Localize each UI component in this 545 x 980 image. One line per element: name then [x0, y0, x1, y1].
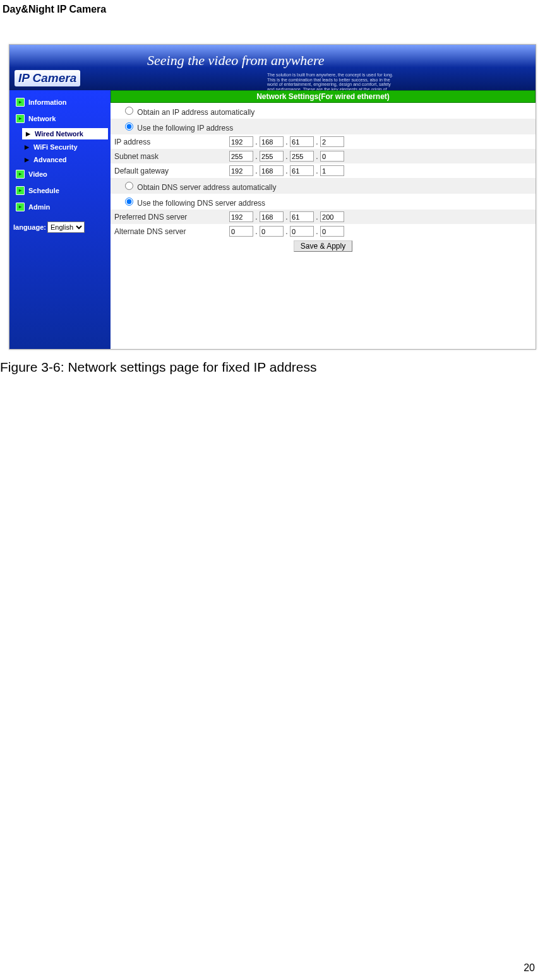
language-select[interactable]: English: [47, 221, 85, 233]
page-title: Day&Night IP Camera: [0, 0, 545, 19]
sidebar-item-label: Video: [28, 170, 47, 178]
obtain-dns-radio[interactable]: [125, 182, 133, 190]
sidebar-item-admin[interactable]: ▸ Admin: [9, 199, 111, 215]
arrow-icon: ▸: [16, 98, 25, 107]
arrow-icon: ▶: [25, 144, 30, 150]
subnet-octet-1[interactable]: [229, 151, 253, 162]
app-window: IP Camera Seeing the video from anywhere…: [9, 44, 536, 350]
use-ip-label: Use the following IP address: [137, 124, 233, 133]
arrow-icon: ▸: [16, 203, 25, 211]
language-label: language:: [13, 223, 46, 231]
ip-address-label: IP address: [111, 134, 225, 149]
pref-dns-octet-2[interactable]: [260, 211, 284, 222]
pref-dns-octet-4[interactable]: [320, 211, 344, 222]
subnet-octet-4[interactable]: [320, 151, 344, 162]
ip-octet-2[interactable]: [260, 136, 284, 147]
sidebar-item-video[interactable]: ▸ Video: [9, 166, 111, 182]
use-dns-label: Use the following DNS server address: [137, 199, 265, 208]
alt-dns-octet-3[interactable]: [290, 226, 314, 237]
sidebar: ▸ Information ▸ Network ▶ Wired Network …: [9, 90, 111, 349]
logo: IP Camera: [15, 70, 80, 86]
banner: IP Camera Seeing the video from anywhere…: [9, 45, 536, 90]
gateway-label: Default gateway: [111, 163, 225, 178]
obtain-ip-radio[interactable]: [125, 107, 133, 115]
arrow-icon: ▸: [16, 170, 25, 179]
arrow-icon: ▶: [26, 131, 31, 137]
sidebar-item-label: Schedule: [28, 187, 59, 194]
arrow-icon: ▶: [25, 156, 30, 163]
pref-dns-octet-1[interactable]: [229, 211, 253, 222]
arrow-icon: ▸: [16, 186, 25, 195]
ip-octet-4[interactable]: [320, 136, 344, 147]
arrow-icon: ▸: [16, 114, 25, 123]
figure-caption: Figure 3-6: Network settings page for fi…: [0, 356, 545, 375]
subnet-octet-3[interactable]: [290, 151, 314, 162]
content-area: Network Settings(For wired ethernet) Obt…: [111, 90, 536, 349]
save-apply-button[interactable]: Save & Apply: [294, 240, 352, 252]
gateway-octet-2[interactable]: [260, 165, 284, 176]
sidebar-item-label: Admin: [28, 203, 50, 211]
alt-dns-octet-1[interactable]: [229, 226, 253, 237]
alt-dns-octet-4[interactable]: [320, 226, 344, 237]
use-ip-radio[interactable]: [125, 122, 133, 131]
sidebar-item-wired-network[interactable]: ▶ Wired Network: [22, 128, 108, 139]
section-header: Network Settings(For wired ethernet): [111, 90, 536, 103]
sidebar-item-wifi-security[interactable]: ▶ WiFi Security: [9, 141, 111, 153]
ip-octet-3[interactable]: [290, 136, 314, 147]
obtain-ip-label: Obtain an IP address automatically: [137, 108, 255, 117]
language-row: language: English: [9, 215, 111, 235]
page-number: 20: [524, 962, 540, 977]
pref-dns-label: Preferred DNS server: [111, 210, 225, 224]
alt-dns-octet-2[interactable]: [260, 226, 284, 237]
sidebar-item-label: Advanced: [33, 156, 67, 163]
use-dns-radio[interactable]: [125, 198, 133, 206]
subnet-label: Subnet mask: [111, 149, 225, 163]
subnet-octet-2[interactable]: [260, 151, 284, 162]
gateway-octet-1[interactable]: [229, 165, 253, 176]
sidebar-item-label: Network: [28, 115, 56, 122]
sidebar-item-network[interactable]: ▸ Network: [9, 110, 111, 127]
gateway-octet-4[interactable]: [320, 165, 344, 176]
sidebar-item-information[interactable]: ▸ Information: [9, 94, 111, 110]
sidebar-item-label: Information: [28, 98, 67, 106]
sidebar-item-schedule[interactable]: ▸ Schedule: [9, 182, 111, 199]
gateway-octet-3[interactable]: [290, 165, 314, 176]
pref-dns-octet-3[interactable]: [290, 211, 314, 222]
banner-subtext: The solution is built from anywhere, the…: [267, 73, 393, 90]
sidebar-item-advanced[interactable]: ▶ Advanced: [9, 153, 111, 166]
obtain-dns-label: Obtain DNS server address automatically: [137, 183, 276, 192]
banner-slogan: Seeing the video from anywhere The solut…: [116, 45, 536, 90]
ip-octet-1[interactable]: [229, 136, 253, 147]
sidebar-item-label: WiFi Security: [33, 143, 78, 151]
sidebar-item-label: Wired Network: [35, 130, 83, 138]
alt-dns-label: Alternate DNS server: [111, 224, 225, 239]
